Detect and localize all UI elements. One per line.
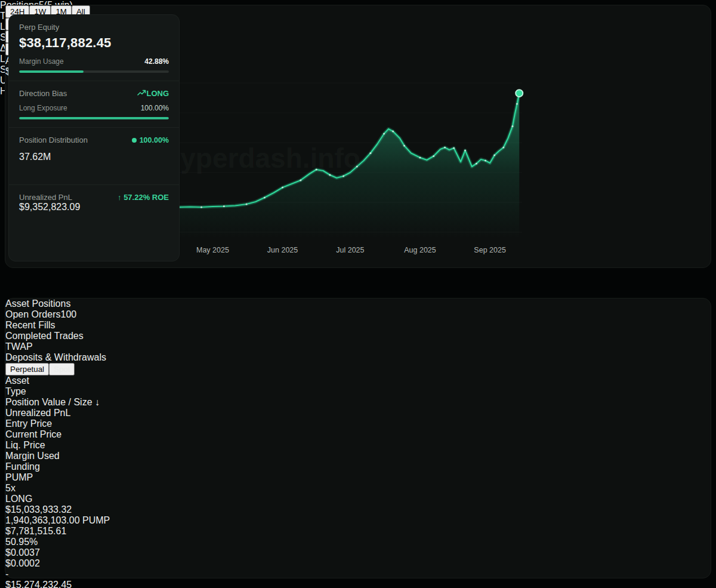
tab-twap[interactable]: TWAP <box>5 341 711 352</box>
position-value: $15,033,933.32 <box>5 504 711 515</box>
column-header-entry-price[interactable]: Entry Price <box>5 418 711 429</box>
margin-usage-label: Margin Usage <box>19 57 64 66</box>
latest-point-marker <box>516 90 523 97</box>
market-button-perpetual[interactable]: Perpetual <box>5 363 49 375</box>
table-row-pump[interactable]: PUMP5xLONG$15,033,933.321,940,363,103.00… <box>5 472 711 588</box>
position-value-cell: $15,033,933.321,940,363,103.00 PUMP <box>5 504 711 526</box>
data-point-dot <box>246 203 248 205</box>
data-point-dot <box>476 162 477 164</box>
tab-label: Recent Fills <box>5 320 55 330</box>
data-point-dot <box>511 125 513 127</box>
data-point-dot <box>433 155 434 157</box>
tab-label: Deposits & Withdrawals <box>5 352 106 362</box>
position-distribution-section: Position Distribution 100.00% 37.62M <box>9 128 179 185</box>
position-distribution-bar-label: 37.62M <box>19 152 51 162</box>
positions-table: AssetTypePosition Value / Size ↓Unrealiz… <box>5 375 711 588</box>
tab-label: Asset Positions <box>5 298 70 309</box>
x-axis-tick-label: Jul 2025 <box>336 246 364 254</box>
asset-name: PUMP <box>5 472 711 483</box>
tab-label: Completed Trades <box>5 331 84 341</box>
data-point-dot <box>484 159 486 161</box>
liq-price: - <box>5 569 711 580</box>
tab-completed-trades[interactable]: Completed Trades <box>5 331 711 341</box>
market-toggle-group: PerpetualSpot <box>5 363 711 375</box>
trending-up-icon <box>137 90 146 96</box>
green-dot-icon <box>132 138 137 143</box>
margin-used: $15,274,232.45 <box>5 580 711 588</box>
data-point-dot <box>502 146 504 148</box>
data-point-dot <box>356 165 358 167</box>
data-point-dot <box>392 130 394 132</box>
data-point-dot <box>369 152 371 154</box>
data-point-dot <box>282 186 283 188</box>
tab-deposits-withdrawals[interactable]: Deposits & Withdrawals <box>5 352 711 363</box>
table-header-row: AssetTypePosition Value / Size ↓Unrealiz… <box>5 375 711 472</box>
x-axis-tick-label: May 2025 <box>196 246 229 254</box>
long-exposure-progressbar <box>19 117 169 119</box>
market-button-spot[interactable]: Spot <box>49 363 75 375</box>
long-badge: LONG <box>5 494 32 504</box>
column-header-type[interactable]: Type <box>5 386 711 397</box>
type-cell: LONG <box>5 494 711 504</box>
column-header-current-price[interactable]: Current Price <box>5 429 711 440</box>
asset-cell: PUMP5x <box>5 472 711 494</box>
direction-bias-section: Direction Bias LONG Long Exposure 100.00… <box>9 81 179 128</box>
unrealized-pnl-label: Unrealized PnL <box>19 193 72 202</box>
direction-bias-value: LONG <box>137 89 169 98</box>
margin-usage-fill <box>19 70 84 73</box>
unrealized-pnl-value: $7,781,515.61 <box>5 526 711 537</box>
data-point-dot <box>419 156 421 158</box>
position-size: 1,940,363,103.00 PUMP <box>5 515 711 526</box>
column-header-margin-used[interactable]: Margin Used <box>5 451 711 461</box>
direction-bias-label: Direction Bias <box>19 89 67 98</box>
tab-label: TWAP <box>5 341 33 352</box>
overview-card: Perp Equity $38,117,882.45 Margin Usage … <box>5 5 711 268</box>
entry-price: $0.0037 <box>5 547 711 558</box>
long-exposure-fill <box>19 117 169 119</box>
data-point-dot <box>264 196 266 198</box>
open-orders-count-badge: 100 <box>60 309 76 319</box>
column-header-position-value-size[interactable]: Position Value / Size ↓ <box>5 397 711 408</box>
position-distribution-value: 100.00% <box>132 136 169 144</box>
long-exposure-label: Long Exposure <box>19 104 67 112</box>
column-header-funding[interactable]: Funding <box>5 461 711 472</box>
tab-label: Open Orders <box>5 309 60 319</box>
data-point-dot <box>493 154 495 156</box>
column-header-unrealized-pnl[interactable]: Unrealized PnL <box>5 408 711 418</box>
unrealized-pnl-cell: $7,781,515.6150.95% <box>5 526 711 547</box>
hyperdash-dashboard: Perp Equity $38,117,882.45 Margin Usage … <box>0 0 716 588</box>
sort-desc-icon: ↓ <box>92 397 100 407</box>
position-distribution-bar[interactable]: 37.62M <box>19 152 169 177</box>
long-exposure-value: 100.00% <box>141 104 169 112</box>
data-point-dot <box>464 149 466 151</box>
tab-open-orders[interactable]: Open Orders100 <box>5 309 711 320</box>
data-point-dot <box>300 179 301 181</box>
column-header-liq-price[interactable]: Liq. Price <box>5 440 711 451</box>
tab-recent-fills[interactable]: Recent Fills <box>5 320 711 331</box>
account-stats-panel: Perp Equity $38,117,882.45 Margin Usage … <box>8 14 180 261</box>
unrealized-pnl-section: Unrealized PnL ↑ 57.22% ROE $9,352,823.0… <box>9 185 179 220</box>
current-price: $0.0002 <box>5 558 711 569</box>
data-point-dot <box>316 168 317 170</box>
unrealized-pnl-value: $9,352,823.09 <box>19 202 169 213</box>
data-point-dot <box>200 206 202 208</box>
x-axis-tick-label: Sep 2025 <box>474 246 506 254</box>
column-header-asset[interactable]: Asset <box>5 375 711 386</box>
x-axis-tick-label: Aug 2025 <box>404 246 436 254</box>
positions-card: Asset PositionsOpen Orders100Recent Fill… <box>5 298 711 578</box>
position-distribution-label: Position Distribution <box>19 136 88 144</box>
data-point-dot <box>403 144 405 146</box>
unrealized-pnl-percent: 50.95% <box>5 537 711 547</box>
x-axis-tick-label: Jun 2025 <box>267 246 298 254</box>
tab-asset-positions[interactable]: Asset Positions <box>5 298 711 309</box>
perp-equity-label: Perp Equity <box>19 23 169 32</box>
perp-equity-section: Perp Equity $38,117,882.45 Margin Usage … <box>9 15 179 81</box>
perp-equity-value: $38,117,882.45 <box>19 35 169 51</box>
data-point-dot <box>453 147 455 149</box>
roe-value: ↑ 57.22% ROE <box>118 193 169 202</box>
data-point-dot <box>223 205 225 207</box>
data-point-dot <box>444 146 446 148</box>
data-point-dot <box>329 174 331 176</box>
positions-tabs: Asset PositionsOpen Orders100Recent Fill… <box>5 298 711 375</box>
data-point-dot <box>342 175 344 177</box>
